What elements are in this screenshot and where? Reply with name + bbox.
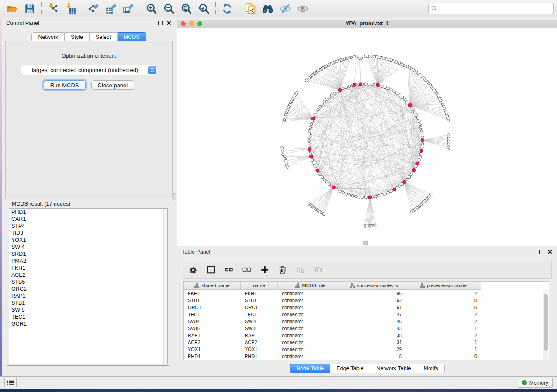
save-icon	[24, 3, 35, 14]
table-scrollbar[interactable]	[543, 290, 548, 360]
criterion-select[interactable]: largest connected component (undirected)	[21, 65, 157, 75]
table-row[interactable]: RAP1RAP1dominator352	[184, 332, 549, 339]
mcds-result-item[interactable]: YOX1	[9, 237, 167, 244]
table-tab-edge-table[interactable]: Edge Table	[330, 364, 370, 373]
zoom-fit-icon	[181, 3, 192, 14]
mcds-result-item[interactable]: SWI5	[9, 306, 167, 313]
column-header-predecessor-nodes[interactable]: predecessor nodes	[406, 282, 481, 290]
export-table-icon	[105, 3, 117, 14]
cell-mcds_role: connector	[278, 346, 343, 353]
column-header-MCDS-role[interactable]: MCDS role	[278, 282, 343, 290]
function-icon: f(x)	[314, 265, 323, 275]
mcds-result-list[interactable]: PHD1CAR1STP4TID3YOX1SWI4SRD1PMA2FKH1ACE2…	[9, 208, 168, 364]
zoom-fit-button[interactable]	[178, 1, 195, 16]
table-row[interactable]: YOX1YOX1connector291	[184, 346, 549, 353]
mcds-result-item[interactable]: SRD1	[9, 251, 167, 258]
save-button[interactable]	[21, 1, 38, 16]
mcds-result-item[interactable]: TEC1	[9, 313, 167, 320]
cell-shared_name: SWI4	[184, 318, 241, 325]
float-panel-icon[interactable]	[158, 21, 163, 25]
float-table-panel-icon[interactable]	[539, 250, 543, 254]
import-table-button[interactable]	[62, 1, 79, 16]
import-network-button[interactable]	[44, 1, 62, 16]
close-table-panel-icon[interactable]: ✕	[547, 250, 553, 254]
gear-button[interactable]	[187, 264, 199, 275]
columns-button[interactable]	[205, 264, 217, 275]
export-image-button[interactable]	[120, 1, 137, 16]
delete-button[interactable]	[277, 264, 288, 275]
search-input[interactable]	[438, 6, 550, 12]
cell-mcds_role: dominator	[278, 318, 343, 325]
cell-predecessor_nodes: 2	[406, 311, 481, 318]
mcds-result-item[interactable]: ORC1	[9, 285, 167, 292]
zoom-selected-button[interactable]	[195, 1, 213, 16]
main-toolbar	[0, 0, 557, 17]
export-table-button[interactable]	[102, 1, 120, 16]
table-row[interactable]: ACE2ACE2connector311	[184, 339, 549, 346]
mcds-result-item[interactable]: STB5	[9, 279, 167, 285]
cell-name: YOX1	[241, 346, 278, 353]
panel-divider-handle[interactable]	[173, 193, 176, 200]
table-scrollbar-thumb[interactable]	[544, 294, 548, 351]
mcds-result-item[interactable]: FKH1	[9, 265, 167, 272]
toolbar-separator	[82, 2, 82, 15]
refresh-button[interactable]	[218, 1, 236, 16]
mcds-result-item[interactable]: GCR1	[9, 320, 167, 327]
search-box[interactable]	[428, 3, 554, 14]
table-row[interactable]: PHD1PHD1dominator180	[184, 353, 549, 360]
mcds-result-item[interactable]: RAP1	[9, 292, 167, 299]
mcds-result-item[interactable]: ACE2	[9, 272, 167, 279]
hide-eye-button[interactable]	[277, 1, 294, 16]
run-mcds-button[interactable]: Run MCDS	[44, 80, 86, 90]
mcds-result-item[interactable]: SWI4	[9, 244, 167, 251]
open-folder-button[interactable]	[3, 1, 21, 16]
table-tab-motifs[interactable]: Motifs	[417, 364, 444, 373]
close-panel-icon[interactable]: ✕	[166, 21, 172, 25]
network-canvas[interactable]	[177, 28, 557, 246]
close-panel-button[interactable]: Close panel	[91, 80, 135, 90]
table-tab-node-table[interactable]: Node Table	[290, 364, 330, 373]
export-network-button[interactable]	[85, 1, 102, 16]
cell-successor_nodes: 61	[343, 304, 406, 311]
cell-name: FKH1	[241, 290, 278, 297]
zoom-out-button[interactable]	[160, 1, 178, 16]
table-row[interactable]: FKH1FKH1dominator962	[184, 290, 549, 297]
table-row[interactable]: STB1STB1dominator620	[184, 297, 549, 304]
show-eye-button[interactable]	[294, 1, 311, 16]
zoom-in-icon	[146, 3, 157, 14]
mcds-result-item[interactable]: CAR1	[9, 216, 167, 223]
cell-shared_name: ORC1	[184, 304, 241, 311]
search-network-button[interactable]	[259, 1, 277, 16]
network-titlebar[interactable]: YPA_prune.txt_1	[177, 20, 557, 28]
mcds-result-item[interactable]: PHD1	[9, 209, 167, 216]
memory-button[interactable]: Memory	[518, 378, 553, 388]
column-header-shared-name[interactable]: shared name	[184, 282, 241, 290]
mcds-result-item[interactable]: TID3	[9, 230, 167, 237]
table-row[interactable]: SWI5SWI5connector431	[184, 325, 549, 332]
tree-icon	[350, 283, 355, 288]
table-row[interactable]: SWI4SWI4dominator462	[184, 318, 549, 325]
cell-mcds_role: dominator	[278, 290, 343, 297]
mcds-result-item[interactable]: STB1	[9, 299, 167, 306]
desktop-wallpaper-bottom	[0, 389, 557, 392]
mcds-result-item[interactable]: STP4	[9, 223, 167, 230]
sort-desc-icon	[395, 284, 399, 287]
deselect-all-button[interactable]	[241, 264, 253, 275]
zoom-in-button[interactable]	[143, 1, 160, 16]
table-tab-network-table[interactable]: Network Table	[370, 364, 418, 373]
column-header-name[interactable]: name	[241, 282, 278, 290]
table-row[interactable]: ORC1ORC1dominator610	[184, 304, 549, 311]
mcds-result-item[interactable]: PMA2	[9, 258, 167, 265]
search-network-icon	[262, 3, 273, 14]
column-header-successor-nodes[interactable]: successor nodes	[343, 282, 406, 290]
list-icon	[7, 380, 14, 386]
mcds-list-scrollbar[interactable]	[163, 209, 167, 364]
task-history-button[interactable]	[4, 378, 17, 387]
table-row[interactable]: TEC1TEC1connector472	[184, 311, 549, 318]
clone-network-button[interactable]	[242, 1, 259, 16]
select-all-icon	[224, 265, 234, 275]
add-button[interactable]	[259, 264, 270, 275]
split-handle[interactable]	[363, 241, 368, 245]
select-all-button[interactable]	[223, 264, 235, 275]
node-table[interactable]: shared namenameMCDS rolesuccessor nodesp…	[183, 281, 549, 360]
